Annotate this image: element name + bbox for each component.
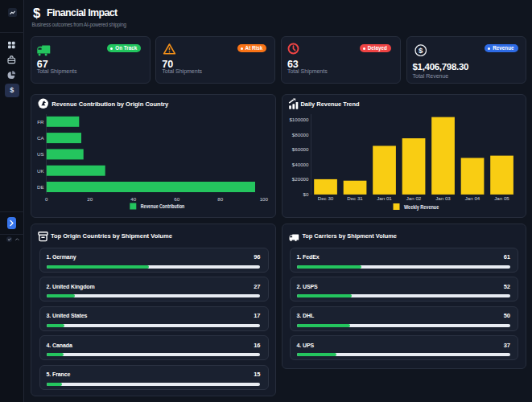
svg-text:UK: UK <box>37 167 44 173</box>
svg-text:US: US <box>37 151 44 157</box>
svg-text:FR: FR <box>37 118 44 124</box>
svg-text:Jan 05: Jan 05 <box>494 195 509 201</box>
svg-text:Top Carriers by Shipment Volum: Top Carriers by Shipment Volume <box>302 232 397 240</box>
svg-text:Revenue Contribution by Origin: Revenue Contribution by Origin Country <box>52 100 169 107</box>
svg-text:$: $ <box>419 46 423 55</box>
svg-text:$80000: $80000 <box>291 131 308 137</box>
svg-text:Dec 31: Dec 31 <box>347 195 363 201</box>
svg-text:Jan 01: Jan 01 <box>377 195 392 201</box>
svg-text:$40000: $40000 <box>291 161 308 166</box>
svg-text:40: 40 <box>130 196 136 202</box>
svg-text:0: 0 <box>45 196 48 202</box>
svg-text:Daily Revenue Trend: Daily Revenue Trend <box>300 100 359 108</box>
svg-text:Jan 02: Jan 02 <box>406 195 421 201</box>
svg-text:$100000: $100000 <box>289 117 309 122</box>
svg-text:Weekly Revenue: Weekly Revenue <box>404 203 439 210</box>
svg-text:DE: DE <box>37 183 44 189</box>
svg-text:CA: CA <box>37 134 44 140</box>
svg-text:80: 80 <box>217 196 223 202</box>
svg-text:Top Origin Countries by Shipme: Top Origin Countries by Shipment Volume <box>51 232 172 240</box>
svg-text:Jan 03: Jan 03 <box>435 195 451 201</box>
svg-text:Jan 04: Jan 04 <box>464 195 480 201</box>
svg-text:20: 20 <box>87 196 93 202</box>
svg-text:60: 60 <box>174 196 179 202</box>
svg-text:Dec 30: Dec 30 <box>317 195 333 201</box>
svg-text:Revenue Contribution: Revenue Contribution <box>140 203 184 209</box>
svg-text:$60000: $60000 <box>291 146 308 152</box>
svg-text:$0: $0 <box>303 191 308 196</box>
svg-text:$20000: $20000 <box>291 176 308 182</box>
svg-text:100: 100 <box>259 196 268 202</box>
